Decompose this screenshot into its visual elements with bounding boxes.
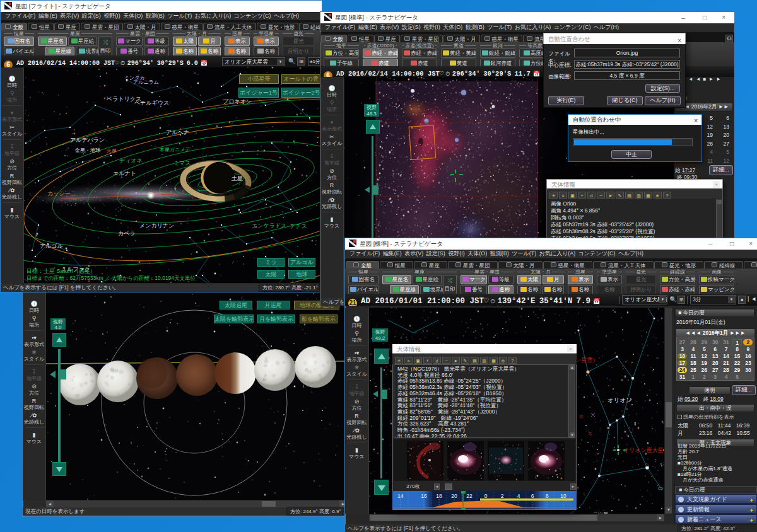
svg-text:オリオン座大星雲: オリオン座大星雲 [623,447,664,453]
svg-text:22: 22 [466,493,472,499]
svg-text:姫: 姫 [579,414,584,419]
svg-text:ミマス: ミマス [173,160,191,166]
svg-text:14: 14 [397,493,404,499]
svg-text:エルナト: エルナト [113,170,136,176]
svg-text:カッシーニ: カッシーニ [47,190,76,197]
svg-text:10: 10 [560,493,566,499]
svg-text:土星: 土星 [232,175,243,182]
svg-text:0: 0 [484,493,488,499]
svg-text:プロキオン: プロキオン [223,98,252,105]
svg-text:20: 20 [451,493,457,499]
svg-text:2: 2 [501,493,504,499]
svg-text:オリオン: オリオン [607,396,632,403]
svg-text:アルゴル: アルゴル [40,243,63,249]
svg-text:ディオネ: ディオネ [119,158,143,164]
svg-text:アルニラム: アルニラム [133,79,159,85]
svg-text:金星・地球: 金星・地球 [74,147,100,153]
svg-text:18: 18 [436,493,442,499]
svg-text:カペラ: カペラ [118,230,136,236]
svg-text:16: 16 [421,493,427,499]
svg-text:4: 4 [517,493,520,499]
svg-text:8: 8 [546,493,549,499]
svg-text:メンカリナン: メンカリナン [139,223,174,229]
svg-text:木星ガニメデ: 木星ガニメデ [159,147,191,153]
svg-text:火星: 火星 [107,148,117,154]
svg-text:6: 6 [531,493,534,499]
svg-text:テチス: テチス [290,223,307,229]
svg-text:ベテルギウス: ベテルギウス [134,100,169,106]
svg-text:アルヘナ: アルヘナ [166,129,189,136]
svg-text:アルデバラン: アルデバラン [70,137,105,143]
svg-text:エンケラドス: エンケラドス [252,223,286,229]
svg-text:ン星雲）: ン星雲） [575,357,598,363]
